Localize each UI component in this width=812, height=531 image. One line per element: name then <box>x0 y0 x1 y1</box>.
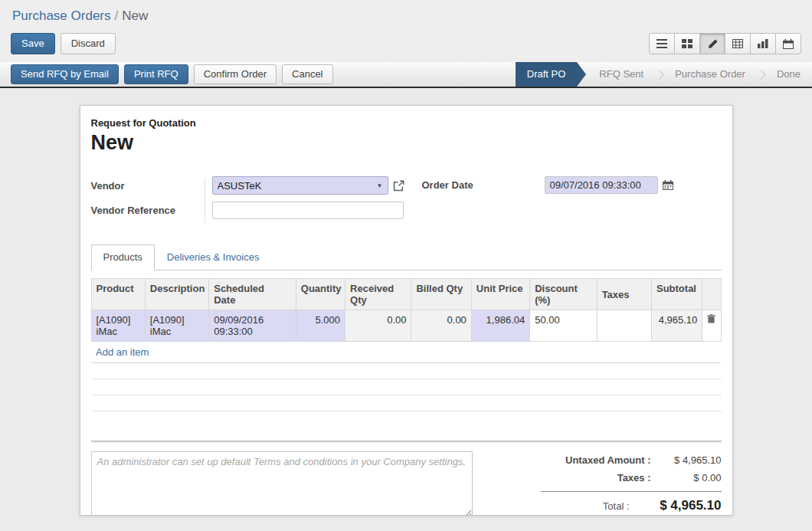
kanban-view-icon <box>682 39 692 48</box>
send-rfq-by-email-button[interactable]: Send RFQ by Email <box>11 64 119 84</box>
cell-product[interactable]: [A1090] iMac <box>91 310 145 342</box>
order-lines-table: Product Description Scheduled Date Quant… <box>91 278 722 363</box>
cell-description[interactable]: [A1090] iMac <box>145 310 208 342</box>
notebook-tabs: Products Deliveries & Invoices <box>91 244 722 270</box>
form-fields: Vendor ASUSTeK ▼ Vendor <box>91 176 722 226</box>
chevron-right-icon <box>756 70 766 80</box>
col-header-discount: Discount (%) <box>530 279 597 310</box>
cell-discount[interactable]: 50.00 <box>530 310 597 342</box>
delete-row-button[interactable] <box>707 314 715 323</box>
col-header-received-qty: Received Qty <box>345 279 411 310</box>
sheet-subtitle: Request for Quotation <box>91 117 722 129</box>
status-done[interactable]: Done <box>765 62 812 87</box>
discard-button[interactable]: Discard <box>61 33 116 54</box>
total-label: Total : <box>603 500 630 512</box>
totals-panel: Untaxed Amount : $ 4,965.10 Taxes : $ 0.… <box>541 451 722 516</box>
calendar-icon <box>663 180 673 190</box>
open-vendor-record-button[interactable] <box>393 180 404 192</box>
order-line-row: [A1090] iMac [A1090] iMac 09/09/2016 09:… <box>91 310 721 342</box>
form-sheet: Request for Quotation New Vendor ASUSTeK… <box>80 105 733 516</box>
notes-textarea[interactable] <box>91 451 473 516</box>
cell-delete <box>702 310 721 342</box>
form-view-icon <box>708 39 718 49</box>
print-rfq-button[interactable]: Print RFQ <box>124 64 188 84</box>
cell-scheduled-date[interactable]: 09/09/2016 09:33:00 <box>209 310 296 342</box>
cancel-button[interactable]: Cancel <box>282 64 332 84</box>
breadcrumb-current: New <box>122 8 148 23</box>
col-header-subtotal: Subtotal <box>651 279 702 310</box>
cell-received-qty: 0.00 <box>345 310 411 342</box>
vendor-select[interactable]: ASUSTeK ▼ <box>212 176 388 195</box>
graph-view-button[interactable] <box>750 33 776 54</box>
empty-row <box>91 379 722 395</box>
caret-down-icon: ▼ <box>377 182 383 189</box>
view-switcher <box>649 33 801 54</box>
list-view-icon <box>656 39 667 48</box>
empty-row <box>91 363 722 379</box>
trash-icon <box>707 314 715 323</box>
chevron-right-icon <box>654 70 664 80</box>
breadcrumb-separator: / <box>115 8 119 23</box>
pivot-view-icon <box>732 39 743 48</box>
kanban-view-button[interactable] <box>674 33 700 54</box>
total-value: $ 4,965.10 <box>630 498 722 513</box>
breadcrumb-parent-link[interactable]: Purchase Orders <box>12 8 111 23</box>
status-pipeline: Draft PO RFQ Sent Purchase Order Done <box>516 62 812 87</box>
form-view-button[interactable] <box>699 33 725 54</box>
untaxed-amount-label: Untaxed Amount : <box>565 454 650 466</box>
save-button[interactable]: Save <box>11 33 55 54</box>
cell-quantity[interactable]: 5.000 <box>296 310 345 342</box>
vendor-select-value: ASUSTeK <box>218 180 374 192</box>
add-item-row: Add an item <box>91 342 721 363</box>
status-draft-po[interactable]: Draft PO <box>516 62 578 87</box>
graph-view-icon <box>758 39 768 48</box>
tab-deliveries-invoices[interactable]: Deliveries & Invoices <box>155 244 272 270</box>
control-panel: Save Discard <box>0 27 812 62</box>
cell-unit-price[interactable]: 1,986.04 <box>471 310 529 342</box>
confirm-order-button[interactable]: Confirm Order <box>194 64 277 84</box>
cell-subtotal: 4,965.10 <box>651 310 702 342</box>
col-header-taxes: Taxes <box>597 279 651 310</box>
page-title: New <box>91 131 722 155</box>
section-separator <box>91 441 722 443</box>
status-rfq-sent[interactable]: RFQ Sent <box>588 62 655 87</box>
cell-taxes[interactable] <box>597 310 651 342</box>
calendar-view-icon <box>783 39 794 49</box>
pivot-view-button[interactable] <box>725 33 751 54</box>
status-purchase-order[interactable]: Purchase Order <box>663 62 757 87</box>
col-header-delete <box>702 279 721 310</box>
order-date-label: Order Date <box>422 179 545 191</box>
vendor-label: Vendor <box>91 180 205 192</box>
col-header-description: Description <box>145 279 208 310</box>
col-header-quantity: Quantity <box>296 279 345 310</box>
col-header-scheduled-date: Scheduled Date <box>209 279 296 310</box>
add-an-item-link[interactable]: Add an item <box>96 346 149 358</box>
tab-products[interactable]: Products <box>91 244 155 270</box>
taxes-value: $ 0.00 <box>651 472 722 483</box>
vendor-reference-label: Vendor Reference <box>91 205 205 216</box>
order-date-input[interactable] <box>545 176 658 194</box>
untaxed-amount-value: $ 4,965.10 <box>651 454 722 466</box>
col-header-product: Product <box>91 279 145 310</box>
breadcrumb: Purchase Orders/New <box>0 0 812 27</box>
col-header-unit-price: Unit Price <box>471 279 529 310</box>
calendar-view-button[interactable] <box>775 33 801 54</box>
table-header-row: Product Description Scheduled Date Quant… <box>91 279 721 310</box>
content-area: Request for Quotation New Vendor ASUSTeK… <box>0 88 812 531</box>
taxes-label: Taxes : <box>617 472 651 483</box>
cell-billed-qty: 0.00 <box>411 310 471 342</box>
vendor-reference-input[interactable] <box>212 202 404 219</box>
col-header-billed-qty: Billed Qty <box>411 279 471 310</box>
date-picker-button[interactable] <box>663 180 673 190</box>
empty-row <box>91 395 722 411</box>
statusbar: Send RFQ by Email Print RFQ Confirm Orde… <box>0 62 812 88</box>
totals-divider <box>541 491 722 492</box>
list-view-button[interactable] <box>649 33 675 54</box>
external-link-icon <box>393 180 404 192</box>
